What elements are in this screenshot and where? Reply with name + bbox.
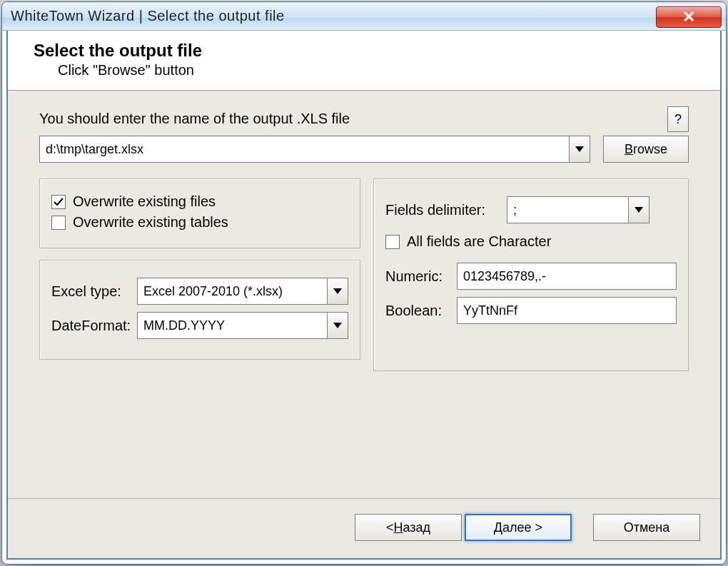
- overwrite-files-checkbox[interactable]: [51, 195, 66, 209]
- delimiter-label: Fields delimiter:: [385, 202, 500, 218]
- help-icon: ?: [674, 112, 682, 127]
- close-icon: ✕: [682, 9, 695, 25]
- titlebar: WhiteTown Wizard | Select the output fil…: [2, 2, 726, 31]
- format-group: Excel type: Excel 2007-2010 (*.xlsx) Dat…: [39, 260, 360, 360]
- page-subtitle: Click "Browse" button: [58, 62, 700, 79]
- output-path-input[interactable]: [39, 136, 569, 163]
- overwrite-tables-label: Overwrite existing tables: [73, 214, 228, 231]
- chevron-down-icon: [575, 146, 584, 152]
- wizard-header: Select the output file Click "Browse" bu…: [8, 31, 720, 91]
- wizard-window: WhiteTown Wizard | Select the output fil…: [1, 1, 727, 565]
- date-format-caret[interactable]: [327, 312, 348, 339]
- wizard-body: You should enter the name of the output …: [8, 91, 720, 498]
- page-heading: Select the output file: [34, 41, 700, 61]
- chevron-down-icon: [635, 207, 643, 213]
- fields-group: Fields delimiter: ;: [373, 178, 689, 371]
- date-format-row: DateFormat: MM.DD.YYYY: [51, 312, 348, 339]
- help-button[interactable]: ?: [667, 106, 689, 132]
- delimiter-caret[interactable]: [628, 196, 649, 223]
- output-path-row: Browse: [39, 136, 689, 163]
- excel-type-label: Excel type:: [51, 283, 130, 300]
- options-columns: Overwrite existing files Overwrite exist…: [39, 178, 689, 371]
- overwrite-group: Overwrite existing files Overwrite exist…: [39, 178, 360, 248]
- close-button[interactable]: ✕: [656, 6, 722, 28]
- cancel-button[interactable]: Отмена: [593, 514, 700, 541]
- window-title: WhiteTown Wizard | Select the output fil…: [11, 8, 285, 24]
- excel-type-caret[interactable]: [327, 278, 348, 305]
- date-format-value: MM.DD.YYYY: [137, 312, 327, 339]
- next-button[interactable]: Далее >: [465, 514, 572, 541]
- all-char-row: All fields are Character: [385, 233, 677, 250]
- date-format-label: DateFormat:: [51, 318, 130, 334]
- boolean-label: Boolean:: [385, 303, 450, 319]
- chevron-down-icon: [333, 323, 342, 328]
- check-icon: [54, 197, 64, 207]
- wizard-inner: Select the output file Click "Browse" bu…: [6, 31, 722, 560]
- numeric-input[interactable]: [457, 263, 677, 290]
- boolean-row: Boolean:: [385, 297, 677, 324]
- output-path-combo: [39, 136, 590, 163]
- numeric-label: Numeric:: [385, 268, 450, 285]
- wizard-footer: < Назад Далее > Отмена: [8, 500, 720, 558]
- excel-type-value: Excel 2007-2010 (*.xlsx): [137, 278, 327, 305]
- all-char-checkbox[interactable]: [385, 235, 400, 249]
- overwrite-tables-checkbox[interactable]: [51, 216, 66, 230]
- boolean-input[interactable]: [457, 297, 677, 324]
- delimiter-value: ;: [507, 196, 628, 223]
- chevron-down-icon: [333, 288, 342, 294]
- overwrite-files-label: Overwrite existing files: [73, 193, 216, 210]
- overwrite-files-row: Overwrite existing files: [51, 193, 348, 210]
- delimiter-dropdown[interactable]: ;: [507, 196, 649, 223]
- right-column: Fields delimiter: ;: [373, 178, 689, 371]
- prompt-text: You should enter the name of the output …: [39, 111, 689, 127]
- all-char-label: All fields are Character: [407, 233, 551, 250]
- excel-type-row: Excel type: Excel 2007-2010 (*.xlsx): [51, 278, 348, 305]
- browse-button[interactable]: Browse: [603, 136, 689, 163]
- back-button[interactable]: < Назад: [355, 514, 462, 541]
- delimiter-row: Fields delimiter: ;: [385, 196, 677, 223]
- left-column: Overwrite existing files Overwrite exist…: [39, 178, 360, 371]
- excel-type-dropdown[interactable]: Excel 2007-2010 (*.xlsx): [137, 278, 348, 305]
- numeric-row: Numeric:: [385, 263, 677, 290]
- overwrite-tables-row: Overwrite existing tables: [51, 214, 348, 231]
- date-format-dropdown[interactable]: MM.DD.YYYY: [137, 312, 348, 339]
- output-path-dropdown[interactable]: [569, 136, 590, 163]
